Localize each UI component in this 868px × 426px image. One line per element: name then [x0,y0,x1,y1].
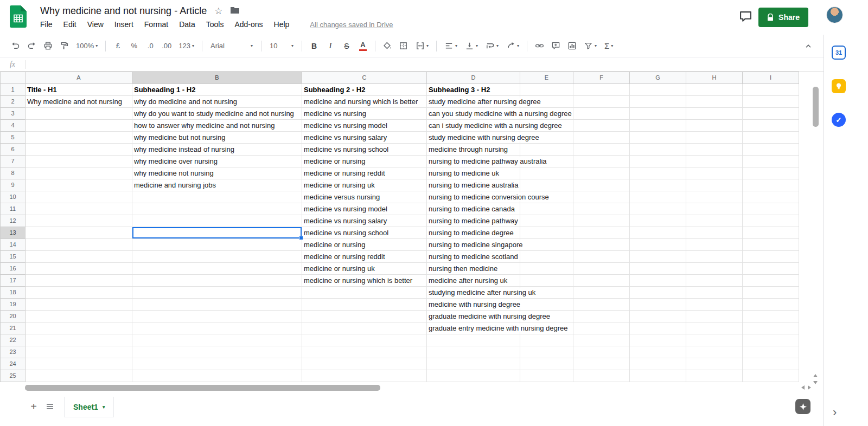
cell-F25[interactable] [573,370,630,382]
cell-G7[interactable] [630,156,686,167]
cell-G25[interactable] [630,370,686,382]
cell-G24[interactable] [630,358,686,370]
cell-A8[interactable] [25,167,132,179]
cell-F15[interactable] [573,251,630,263]
cell-B2[interactable]: why do medicine and not nursing [132,96,302,108]
cell-I4[interactable] [743,120,799,132]
cell-D11[interactable]: nursing to medicine canada [427,203,520,215]
cell-I16[interactable] [743,263,799,275]
hide-toolbar-button[interactable] [801,38,816,54]
cell-G13[interactable] [630,227,686,239]
cell-F8[interactable] [573,167,630,179]
print-button[interactable] [40,38,55,54]
add-sheet-button[interactable]: + [26,399,41,414]
cell-B4[interactable]: how to answer why medicine and not nursi… [132,120,302,132]
row-header-5[interactable]: 5 [1,132,25,144]
row-header-11[interactable]: 11 [1,203,25,215]
cell-H1[interactable] [686,84,743,96]
cell-H22[interactable] [686,334,743,346]
cell-D1[interactable]: Subheading 3 - H2 [427,84,520,96]
cell-I7[interactable] [743,156,799,167]
cell-D14[interactable]: nursing to medicine singapore [427,239,520,251]
bold-button[interactable]: B [307,38,322,54]
cell-H2[interactable] [686,96,743,108]
cell-E22[interactable] [520,334,573,346]
cell-A20[interactable] [25,311,132,322]
cell-F4[interactable] [573,120,630,132]
cell-I6[interactable] [743,144,799,156]
cell-F13[interactable] [573,227,630,239]
vertical-align-button[interactable]: ▾ [462,38,481,54]
cell-A18[interactable] [25,287,132,299]
row-header-9[interactable]: 9 [1,179,25,191]
cell-E16[interactable] [520,263,573,275]
cell-F22[interactable] [573,334,630,346]
row-header-12[interactable]: 12 [1,215,25,227]
column-header-D[interactable]: D [427,72,520,84]
cell-I15[interactable] [743,251,799,263]
cell-I10[interactable] [743,191,799,203]
cell-E12[interactable] [520,215,573,227]
cell-I23[interactable] [743,346,799,358]
cell-C11[interactable]: medicine vs nursing model [302,203,427,215]
row-header-6[interactable]: 6 [1,144,25,156]
cell-B19[interactable] [132,299,302,311]
cell-F9[interactable] [573,179,630,191]
cell-D2[interactable]: study medicine after nursing degree [427,96,520,108]
cell-D20[interactable]: graduate medicine with nursing degree [427,311,520,322]
menu-insert[interactable]: Insert [114,20,133,29]
cell-F18[interactable] [573,287,630,299]
cell-I3[interactable] [743,108,799,120]
cell-D25[interactable] [427,370,520,382]
cell-B1[interactable]: Subheading 1 - H2 [132,84,302,96]
decrease-decimal-button[interactable]: .0 [143,38,158,54]
menu-tools[interactable]: Tools [206,20,224,29]
cell-D12[interactable]: nursing to medicine pathway [427,215,520,227]
insert-chart-button[interactable] [564,38,579,54]
cell-F11[interactable] [573,203,630,215]
cell-I5[interactable] [743,132,799,144]
open-comments-button[interactable] [739,11,752,24]
cell-C19[interactable] [302,299,427,311]
cell-B24[interactable] [132,358,302,370]
column-header-F[interactable]: F [573,72,630,84]
row-header-10[interactable]: 10 [1,191,25,203]
cell-C22[interactable] [302,334,427,346]
cell-G17[interactable] [630,275,686,287]
column-header-A[interactable]: A [25,72,132,84]
row-header-25[interactable]: 25 [1,370,25,382]
cell-B20[interactable] [132,311,302,322]
keep-icon[interactable] [832,79,846,93]
cell-I13[interactable] [743,227,799,239]
cell-A21[interactable] [25,322,132,334]
row-header-15[interactable]: 15 [1,251,25,263]
cell-E13[interactable] [520,227,573,239]
cell-H7[interactable] [686,156,743,167]
cell-E8[interactable] [520,167,573,179]
cell-I25[interactable] [743,370,799,382]
cell-G23[interactable] [630,346,686,358]
cell-A7[interactable] [25,156,132,167]
cell-H10[interactable] [686,191,743,203]
menu-edit[interactable]: Edit [63,20,76,29]
row-header-14[interactable]: 14 [1,239,25,251]
cell-A17[interactable] [25,275,132,287]
cell-H8[interactable] [686,167,743,179]
cell-F17[interactable] [573,275,630,287]
cell-B16[interactable] [132,263,302,275]
cell-D19[interactable]: medicine with nursing degree [427,299,520,311]
cell-B9[interactable]: medicine and nursing jobs [132,179,302,191]
horizontal-align-button[interactable]: ▾ [441,38,461,54]
cell-B23[interactable] [132,346,302,358]
cell-B25[interactable] [132,370,302,382]
paint-format-button[interactable] [56,38,72,54]
cell-B22[interactable] [132,334,302,346]
cell-F21[interactable] [573,322,630,334]
cell-A6[interactable] [25,144,132,156]
cell-E1[interactable] [520,84,573,96]
cell-G2[interactable] [630,96,686,108]
cell-A2[interactable]: Why medicine and not nursing [25,96,132,108]
row-header-20[interactable]: 20 [1,311,25,322]
saved-status-link[interactable]: All changes saved in Drive [310,21,393,29]
column-header-I[interactable]: I [743,72,799,84]
